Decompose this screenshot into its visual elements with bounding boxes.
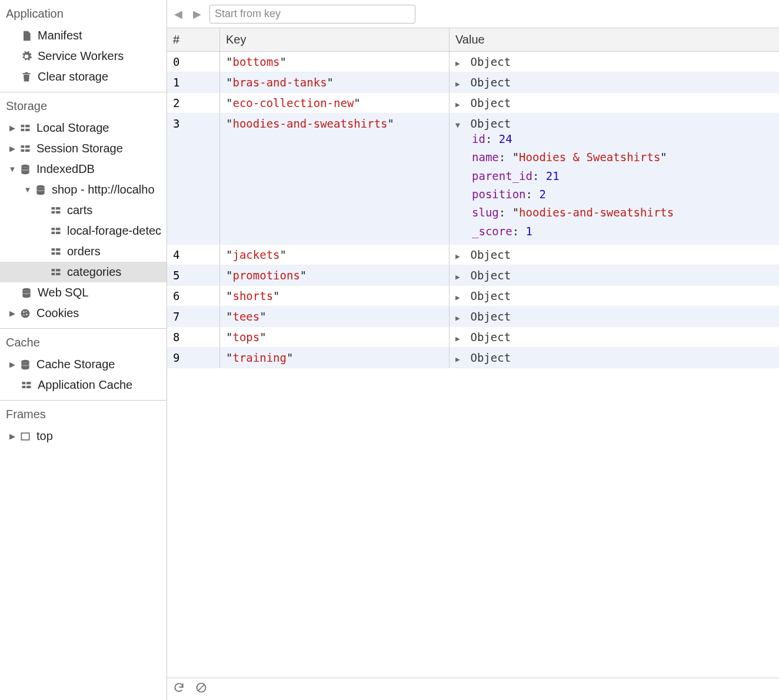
chevron-down-icon[interactable]: ▼ bbox=[24, 185, 32, 194]
table-row[interactable]: 3"hoodies-and-sweatshirts"▼ Objectid: 24… bbox=[167, 114, 779, 245]
row-index: 1 bbox=[167, 72, 220, 92]
chevron-right-icon[interactable]: ▶ bbox=[455, 79, 462, 88]
nav-forward-button[interactable]: ▶ bbox=[191, 5, 204, 23]
sidebar-item-manifest[interactable]: Manifest bbox=[0, 25, 167, 46]
chevron-right-icon[interactable]: ▶ bbox=[8, 144, 16, 153]
row-value[interactable]: ▶ Object bbox=[450, 52, 779, 72]
svg-point-32 bbox=[21, 359, 29, 362]
chevron-right-icon[interactable]: ▶ bbox=[8, 360, 16, 369]
svg-rect-10 bbox=[52, 207, 55, 209]
sidebar-item-cache-storage[interactable]: ▶Cache Storage bbox=[0, 354, 167, 375]
row-value[interactable]: ▶ Object bbox=[450, 265, 779, 285]
svg-rect-23 bbox=[56, 269, 61, 271]
row-value[interactable]: ▶ Object bbox=[450, 348, 779, 368]
row-key: "bras-and-tanks" bbox=[220, 72, 450, 92]
cancel-icon[interactable] bbox=[195, 682, 207, 696]
row-key: "shorts" bbox=[220, 286, 450, 306]
chevron-right-icon[interactable]: ▶ bbox=[455, 252, 462, 261]
chevron-down-icon[interactable]: ▼ bbox=[8, 165, 16, 174]
sidebar-item-clear-storage[interactable]: Clear storage bbox=[0, 66, 167, 87]
chevron-right-icon[interactable]: ▶ bbox=[455, 293, 462, 302]
svg-rect-15 bbox=[56, 228, 61, 230]
search-input[interactable] bbox=[209, 5, 415, 24]
table-row[interactable]: 1"bras-and-tanks"▶ Object bbox=[167, 72, 779, 93]
row-value[interactable]: ▶ Object bbox=[450, 245, 779, 265]
chevron-right-icon[interactable]: ▶ bbox=[8, 432, 16, 441]
chevron-right-icon[interactable]: ▶ bbox=[8, 124, 16, 132]
table-row[interactable]: 8"tops"▶ Object bbox=[167, 327, 779, 348]
object-property: slug: "hoodies-and-sweatshirts bbox=[472, 204, 773, 222]
row-key: "bottoms" bbox=[220, 52, 450, 72]
table-row[interactable]: 9"training"▶ Object bbox=[167, 348, 779, 368]
sidebar-item-label: categories bbox=[67, 265, 121, 279]
sidebar-item-top[interactable]: ▶top bbox=[0, 426, 167, 446]
db-icon bbox=[34, 184, 47, 196]
sidebar-item-local-storage[interactable]: ▶Local Storage bbox=[0, 118, 167, 138]
object-property: name: "Hoodies & Sweatshirts" bbox=[472, 148, 773, 166]
data-table: # Key Value 0"bottoms"▶ Object1"bras-and… bbox=[167, 28, 779, 678]
sidebar-item-label: local-forage-detec bbox=[67, 224, 161, 238]
sidebar-item-orders[interactable]: orders bbox=[0, 241, 167, 262]
column-header-key[interactable]: Key bbox=[220, 28, 450, 51]
sidebar-item-indexeddb[interactable]: ▼IndexedDB bbox=[0, 159, 167, 179]
svg-rect-16 bbox=[52, 231, 55, 234]
section-title: Storage bbox=[0, 92, 167, 118]
svg-rect-14 bbox=[52, 228, 55, 230]
sidebar-item-service-workers[interactable]: Service Workers bbox=[0, 46, 167, 66]
table-row[interactable]: 2"eco-collection-new"▶ Object bbox=[167, 93, 779, 114]
table-row[interactable]: 7"tees"▶ Object bbox=[167, 306, 779, 327]
sidebar-item-carts[interactable]: carts bbox=[0, 200, 167, 221]
toolbar: ◀ ▶ bbox=[167, 0, 779, 28]
table-row[interactable]: 4"jackets"▶ Object bbox=[167, 245, 779, 265]
chevron-right-icon[interactable]: ▶ bbox=[455, 334, 462, 343]
sidebar-item-label: Local Storage bbox=[36, 121, 109, 135]
section-title: Frames bbox=[0, 401, 167, 426]
object-property: position: 2 bbox=[472, 185, 773, 204]
row-index: 4 bbox=[167, 245, 220, 265]
row-value[interactable]: ▶ Object bbox=[450, 72, 779, 92]
row-value[interactable]: ▼ Objectid: 24name: "Hoodies & Sweatshir… bbox=[450, 114, 779, 244]
svg-rect-24 bbox=[52, 272, 55, 275]
svg-point-30 bbox=[26, 314, 28, 315]
sidebar-item-label: Cache Storage bbox=[36, 358, 115, 371]
chevron-right-icon[interactable]: ▶ bbox=[455, 59, 462, 68]
svg-rect-19 bbox=[56, 248, 61, 251]
svg-rect-37 bbox=[21, 433, 29, 440]
sidebar-item-web-sql[interactable]: Web SQL bbox=[0, 282, 167, 303]
sidebar-item-cookies[interactable]: ▶Cookies bbox=[0, 303, 167, 324]
svg-rect-35 bbox=[22, 385, 26, 388]
svg-rect-7 bbox=[25, 149, 30, 151]
sidebar-item-local-forage-detec[interactable]: local-forage-detec bbox=[0, 221, 167, 241]
svg-rect-20 bbox=[52, 252, 55, 254]
sidebar-item-label: top bbox=[36, 429, 53, 443]
svg-rect-4 bbox=[21, 145, 25, 148]
row-value[interactable]: ▶ Object bbox=[450, 327, 779, 347]
table-row[interactable]: 5"promotions"▶ Object bbox=[167, 265, 779, 286]
sidebar-item-shop-http-localho[interactable]: ▼shop - http://localho bbox=[0, 179, 167, 200]
column-header-value[interactable]: Value bbox=[450, 28, 779, 51]
table-row[interactable]: 0"bottoms"▶ Object bbox=[167, 52, 779, 72]
table-row[interactable]: 6"shorts"▶ Object bbox=[167, 286, 779, 306]
row-value[interactable]: ▶ Object bbox=[450, 286, 779, 306]
chevron-right-icon[interactable]: ▶ bbox=[455, 272, 462, 281]
chevron-right-icon[interactable]: ▶ bbox=[455, 100, 462, 109]
chevron-right-icon[interactable]: ▶ bbox=[8, 309, 16, 318]
row-value[interactable]: ▶ Object bbox=[450, 93, 779, 113]
object-property: id: 24 bbox=[472, 130, 773, 148]
chevron-right-icon[interactable]: ▶ bbox=[455, 355, 462, 364]
sidebar-item-categories[interactable]: categories bbox=[0, 262, 167, 282]
table-header: # Key Value bbox=[167, 28, 779, 52]
refresh-icon[interactable] bbox=[173, 682, 185, 696]
chevron-right-icon[interactable]: ▶ bbox=[455, 314, 462, 322]
sidebar-item-application-cache[interactable]: Application Cache bbox=[0, 375, 167, 395]
row-value[interactable]: ▶ Object bbox=[450, 306, 779, 326]
nav-back-button[interactable]: ◀ bbox=[172, 5, 185, 23]
db-icon bbox=[20, 286, 33, 299]
object-property: _score: 1 bbox=[472, 222, 773, 241]
svg-rect-18 bbox=[52, 248, 55, 251]
sidebar-item-session-storage[interactable]: ▶Session Storage bbox=[0, 138, 167, 159]
chevron-down-icon[interactable]: ▼ bbox=[455, 121, 462, 129]
sidebar-item-label: carts bbox=[67, 204, 92, 217]
svg-rect-1 bbox=[25, 125, 30, 127]
column-header-index[interactable]: # bbox=[167, 28, 220, 51]
